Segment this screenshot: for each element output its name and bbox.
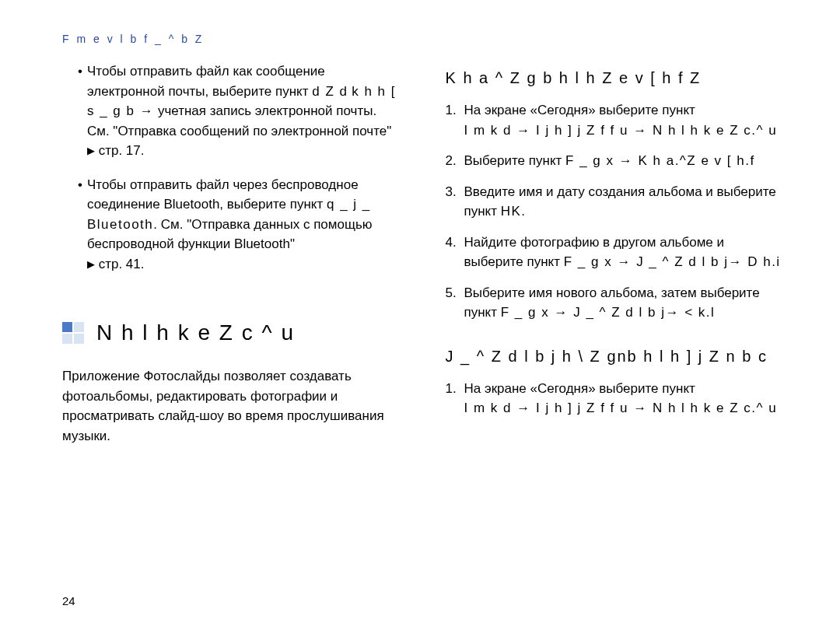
bullet-bluetooth-text: Чтобы отправить файл через беспроводное … xyxy=(87,175,403,275)
bullet-email-text: Чтобы отправить файл как сообщение элект… xyxy=(87,61,403,161)
section-header: N h l h k e Z c ^ u xyxy=(62,317,403,349)
step-text: На экране «Сегодня» выберите пункт I m k… xyxy=(464,100,786,140)
step-3: 3. Введите имя и дату создания альбома и… xyxy=(446,182,786,222)
page-ref: стр. 17. xyxy=(99,143,145,158)
step-number: 5. xyxy=(446,283,464,323)
code-text: F _ g x → J _ ^ Z d l b j→ D h.i xyxy=(564,254,781,269)
text: Чтобы отправить файл через беспроводное … xyxy=(87,177,359,212)
page-number: 24 xyxy=(62,593,75,611)
grid-icon xyxy=(62,322,84,344)
text: На экране «Сегодня» выберите пункт xyxy=(464,103,695,117)
code-text: F _ g x → J _ ^ Z d l b j→ < k.l xyxy=(501,305,716,320)
step-text: Выберите пункт F _ g x → K h a.^Z e v [ … xyxy=(464,151,786,171)
text: Чтобы отправить файл как сообщение элект… xyxy=(87,64,325,99)
bullet-icon: • xyxy=(78,61,82,161)
code-text: F _ g x → K h a.^Z e v [ h.f xyxy=(565,153,755,168)
text: Выберите пункт xyxy=(464,153,562,168)
bullet-icon: • xyxy=(78,175,82,275)
step-number: 1. xyxy=(446,100,464,140)
subheading-create: K h a ^ Z g b h l h Z e v [ h f Z xyxy=(446,66,786,89)
step-text: Найдите фотографию в другом альбоме и вы… xyxy=(464,233,786,272)
triangle-icon: ▶ xyxy=(87,257,95,272)
subheading-edit: J _ ^ Z d l b j h \ Z gnb h l h ] j Z n … xyxy=(446,345,786,368)
section-intro: Приложение Фотослайды позволяет создават… xyxy=(62,366,403,446)
text: На экране «Сегодня» выберите пункт xyxy=(464,381,695,396)
code-text: d Z d xyxy=(312,84,348,99)
page-header: F m e v l b f _ ^ b Z xyxy=(62,31,786,47)
step-text: Введите имя и дату создания альбома и вы… xyxy=(464,182,786,222)
right-column: K h a ^ Z g b h l h Z e v [ h f Z 1. На … xyxy=(446,61,786,452)
code-text: I m k d → I j h ] j Z f f u → N h l h k … xyxy=(464,401,778,415)
step-number: 2. xyxy=(446,151,464,171)
left-column: • Чтобы отправить файл как сообщение эле… xyxy=(62,61,403,452)
bullet-email: • Чтобы отправить файл как сообщение эле… xyxy=(62,61,403,161)
step-2: 2. Выберите пункт F _ g x → K h a.^Z e v… xyxy=(446,151,786,171)
code-text: I m k d → I j h ] j Z f f u → N h l h k … xyxy=(464,123,778,138)
step-text: Выберите имя нового альбома, затем выбер… xyxy=(464,283,786,323)
step-5: 5. Выберите имя нового альбома, затем вы… xyxy=(446,283,786,323)
step-number: 3. xyxy=(446,182,464,222)
code-text: HK. xyxy=(501,204,527,219)
content-columns: • Чтобы отправить файл как сообщение эле… xyxy=(62,61,786,452)
bullet-bluetooth: • Чтобы отправить файл через беспроводно… xyxy=(62,175,403,275)
step-text: На экране «Сегодня» выберите пункт I m k… xyxy=(464,379,786,418)
page-ref: стр. 41. xyxy=(99,257,145,271)
step-1: 1. На экране «Сегодня» выберите пункт I … xyxy=(446,100,786,140)
step-number: 4. xyxy=(446,233,464,272)
b-step-1: 1. На экране «Сегодня» выберите пункт I … xyxy=(446,379,786,418)
section-title: N h l h k e Z c ^ u xyxy=(96,317,295,349)
triangle-icon: ▶ xyxy=(87,143,95,159)
step-number: 1. xyxy=(446,379,464,418)
step-4: 4. Найдите фотографию в другом альбоме и… xyxy=(446,233,786,272)
